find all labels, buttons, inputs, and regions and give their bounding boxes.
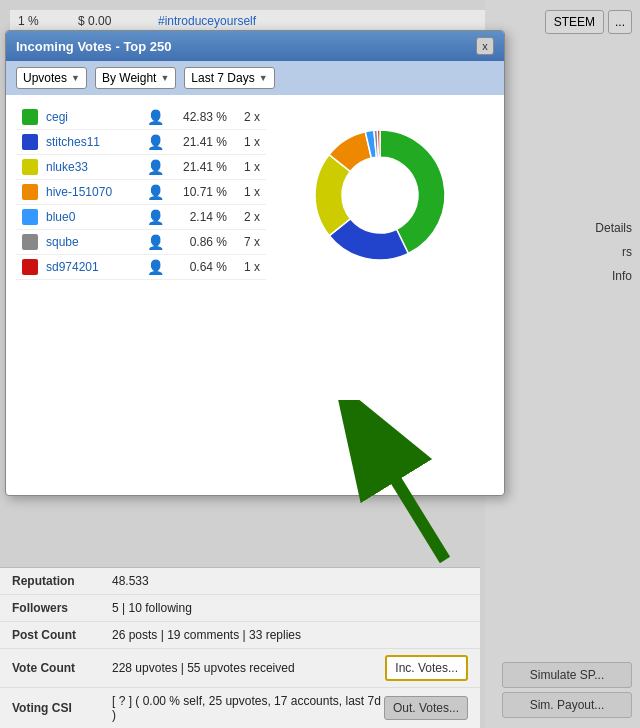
- voter-pct-3: 10.71 %: [172, 185, 227, 199]
- voter-list: cegi 👤 42.83 % 2 x stitches11 👤 21.41 % …: [16, 105, 266, 485]
- filter-type-label: Upvotes: [23, 71, 67, 85]
- voter-color-2: [22, 159, 38, 175]
- voting-csi-label: Voting CSI: [12, 701, 112, 715]
- filter-weight-select[interactable]: By Weight ▼: [95, 67, 176, 89]
- reputation-label: Reputation: [12, 574, 112, 588]
- filter-time-arrow: ▼: [259, 73, 268, 83]
- filter-time-label: Last 7 Days: [191, 71, 254, 85]
- modal-close-button[interactable]: x: [476, 37, 494, 55]
- voter-row-2: nluke33 👤 21.41 % 1 x: [16, 155, 266, 180]
- voter-mult-4: 2 x: [235, 210, 260, 224]
- bg-pct-1: 1 %: [18, 14, 78, 28]
- voter-mult-1: 1 x: [235, 135, 260, 149]
- modal-body: cegi 👤 42.83 % 2 x stitches11 👤 21.41 % …: [6, 95, 504, 495]
- filter-time-select[interactable]: Last 7 Days ▼: [184, 67, 274, 89]
- reputation-row: Reputation 48.533: [0, 568, 480, 595]
- voting-csi-value: [ ? ] ( 0.00 % self, 25 upvotes, 17 acco…: [112, 694, 384, 722]
- voter-color-4: [22, 209, 38, 225]
- inc-votes-button[interactable]: Inc. Votes...: [385, 655, 468, 681]
- reputation-value: 48.533: [112, 574, 468, 588]
- voter-row-3: hive-151070 👤 10.71 % 1 x: [16, 180, 266, 205]
- voter-row-4: blue0 👤 2.14 % 2 x: [16, 205, 266, 230]
- voter-icon-3: 👤: [147, 184, 164, 200]
- modal-title: Incoming Votes - Top 250: [16, 39, 172, 54]
- voting-csi-row: Voting CSI [ ? ] ( 0.00 % self, 25 upvot…: [0, 688, 480, 728]
- voter-name-5[interactable]: sqube: [46, 235, 139, 249]
- voter-color-1: [22, 134, 38, 150]
- voter-mult-3: 1 x: [235, 185, 260, 199]
- voter-row-6: sd974201 👤 0.64 % 1 x: [16, 255, 266, 280]
- info-link[interactable]: Info: [493, 266, 632, 286]
- voter-name-3[interactable]: hive-151070: [46, 185, 139, 199]
- voter-name-2[interactable]: nluke33: [46, 160, 139, 174]
- voter-icon-1: 👤: [147, 134, 164, 150]
- details-link[interactable]: Details: [493, 218, 632, 238]
- vote-count-row: Vote Count 228 upvotes | 55 upvotes rece…: [0, 649, 480, 688]
- voter-icon-4: 👤: [147, 209, 164, 225]
- out-votes-button[interactable]: Out. Votes...: [384, 696, 468, 720]
- voter-row-1: stitches11 👤 21.41 % 1 x: [16, 130, 266, 155]
- voter-mult-0: 2 x: [235, 110, 260, 124]
- voter-mult-6: 1 x: [235, 260, 260, 274]
- voter-color-0: [22, 109, 38, 125]
- voter-name-1[interactable]: stitches11: [46, 135, 139, 149]
- voter-color-3: [22, 184, 38, 200]
- voter-pct-0: 42.83 %: [172, 110, 227, 124]
- voter-mult-5: 7 x: [235, 235, 260, 249]
- filter-type-arrow: ▼: [71, 73, 80, 83]
- vote-count-value: 228 upvotes | 55 upvotes received: [112, 661, 377, 675]
- post-count-label: Post Count: [12, 628, 112, 642]
- followers-row: Followers 5 | 10 following: [0, 595, 480, 622]
- simulate-sp-button[interactable]: Simulate SP...: [502, 662, 632, 688]
- voter-icon-6: 👤: [147, 259, 164, 275]
- sim-payout-button[interactable]: Sim. Payout...: [502, 692, 632, 718]
- post-count-row: Post Count 26 posts | 19 comments | 33 r…: [0, 622, 480, 649]
- voter-pct-2: 21.41 %: [172, 160, 227, 174]
- more-options-button[interactable]: ...: [608, 10, 632, 34]
- followers-value: 5 | 10 following: [112, 601, 468, 615]
- voter-color-6: [22, 259, 38, 275]
- voter-icon-0: 👤: [147, 109, 164, 125]
- steem-dropdown[interactable]: STEEM: [545, 10, 604, 34]
- post-count-value: 26 posts | 19 comments | 33 replies: [112, 628, 468, 642]
- incoming-votes-modal: Incoming Votes - Top 250 x Upvotes ▼ By …: [5, 30, 505, 496]
- voter-pct-6: 0.64 %: [172, 260, 227, 274]
- filter-weight-arrow: ▼: [160, 73, 169, 83]
- modal-toolbar: Upvotes ▼ By Weight ▼ Last 7 Days ▼: [6, 61, 504, 95]
- voter-row-0: cegi 👤 42.83 % 2 x: [16, 105, 266, 130]
- chart-area: [266, 105, 494, 485]
- voter-pct-1: 21.41 %: [172, 135, 227, 149]
- voter-name-6[interactable]: sd974201: [46, 260, 139, 274]
- bottom-info-panel: Reputation 48.533 Followers 5 | 10 follo…: [0, 567, 480, 728]
- voter-name-0[interactable]: cegi: [46, 110, 139, 124]
- followers-label: Followers: [12, 601, 112, 615]
- voter-pct-4: 2.14 %: [172, 210, 227, 224]
- modal-header: Incoming Votes - Top 250 x: [6, 31, 504, 61]
- rs-link[interactable]: rs: [493, 242, 632, 262]
- donut-chart: [300, 115, 460, 275]
- vote-count-label: Vote Count: [12, 661, 112, 675]
- voter-color-5: [22, 234, 38, 250]
- voter-mult-2: 1 x: [235, 160, 260, 174]
- voter-name-4[interactable]: blue0: [46, 210, 139, 224]
- voter-pct-5: 0.86 %: [172, 235, 227, 249]
- bg-tag-1[interactable]: #introduceyourself: [158, 14, 256, 28]
- filter-weight-label: By Weight: [102, 71, 156, 85]
- voter-row-5: sqube 👤 0.86 % 7 x: [16, 230, 266, 255]
- donut-segment-6: [377, 130, 380, 157]
- bg-val-1: $ 0.00: [78, 14, 158, 28]
- voter-icon-5: 👤: [147, 234, 164, 250]
- voter-icon-2: 👤: [147, 159, 164, 175]
- right-sidebar: STEEM ... Details rs Info Simulate SP...…: [485, 0, 640, 728]
- filter-type-select[interactable]: Upvotes ▼: [16, 67, 87, 89]
